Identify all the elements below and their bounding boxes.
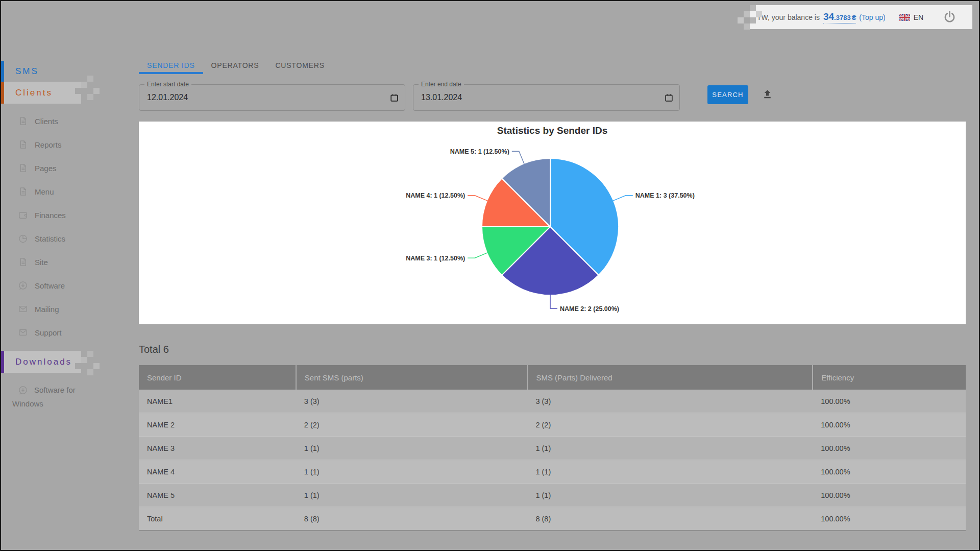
sidebar-item-label: Clients [35,117,58,126]
sidebar-group-label: Clients [15,88,53,98]
pixel-decoration [87,76,93,82]
pixel-decoration [750,5,756,11]
balance-prefix: TW, your balance is [757,13,820,21]
column-header-sent-sms: Sent SMS (parts) [296,365,528,390]
document-icon [18,257,28,267]
pixel-decoration [750,17,756,23]
table-cell: 2 (2) [527,413,813,437]
table-cell: NAME 5 [139,484,296,507]
end-date-picker-button[interactable] [664,93,674,103]
accent-bar [1,61,4,82]
pixel-decoration [81,357,87,363]
sidebar-group-sms[interactable]: SMS [1,61,81,82]
app-window: TW, your balance is 34.3783₴ (Top up) EN… [0,0,980,551]
sidebar-item-mailing[interactable]: Mailing [1,297,118,321]
pie-slice-label: NAME 1: 3 (37.50%) [635,192,695,199]
export-button[interactable] [762,88,773,100]
wallet-icon [18,210,28,220]
pie-chart: NAME 1: 3 (37.50%)NAME 2: 2 (25.00%)NAME… [139,122,966,324]
pie-label-leader [512,151,524,164]
accent-bar [1,82,4,104]
sidebar-item-menu[interactable]: Menu [1,180,118,203]
table-cell: 1 (1) [296,437,528,460]
table-cell: Total [139,507,296,531]
sidebar-group-clients[interactable]: Clients [1,82,81,104]
table-cell: 100.00% [813,437,966,460]
sidebar-group-downloads[interactable]: Downloads [1,351,81,373]
start-date-value[interactable]: 12.01.2024 [139,85,405,110]
column-header-sender-id: Sender ID [139,365,296,390]
table-cell: 1 (1) [527,460,813,484]
sidebar-item-label: Software [35,281,65,290]
pie-slice-label: NAME 3: 1 (12.50%) [406,255,465,262]
sidebar-item-label: Pages [35,164,57,173]
column-header-efficiency: Efficiency [813,365,966,390]
pie-label-leader [550,295,557,308]
sidebar-item-label: Menu [35,187,54,196]
tab-sender-ids[interactable]: SENDER IDS [139,57,203,74]
sidebar-group-label: SMS [15,66,39,77]
accent-bar [1,351,4,373]
pixel-decoration [756,11,762,17]
table-cell: 100.00% [813,484,966,507]
sidebar-item-reports[interactable]: Reports [1,133,118,156]
pixel-decoration [75,88,81,94]
language-selector[interactable]: EN [899,13,923,21]
pixel-decoration [87,351,93,357]
search-button[interactable]: SEARCH [707,85,748,104]
pixel-decoration [87,94,93,100]
start-date-field[interactable]: Enter start date 12.01.2024 [139,84,405,111]
table-cell: NAME1 [139,390,296,413]
table-cell: 100.00% [813,390,966,413]
document-icon [18,186,28,197]
pie-slice-label: NAME 5: 1 (12.50%) [450,148,509,155]
table-cell: 3 (3) [527,390,813,413]
balance-fraction: .3783 [834,14,851,21]
tab-bar: SENDER IDS OPERATORS CUSTOMERS [139,57,966,74]
table-cell: 1 (1) [296,484,528,507]
table-row: NAME 5 1 (1) 1 (1) 100.00% [139,484,966,507]
sidebar-item-software[interactable]: Software [1,274,118,297]
start-date-picker-button[interactable] [389,93,399,103]
sidebar-item-software-for-windows[interactable]: Software for Windows [1,383,97,411]
document-icon [18,139,28,150]
table-cell: 2 (2) [296,413,528,437]
total-count: Total 6 [139,343,966,356]
currency-symbol: ₴ [852,14,856,21]
end-date-field[interactable]: Enter end date 13.01.2024 [413,84,680,111]
sidebar-item-label: Finances [35,211,66,220]
table-row: NAME1 3 (3) 3 (3) 100.00% [139,390,966,413]
sidebar-item-site[interactable]: Site [1,250,118,274]
balance-amount-link[interactable]: 34.3783₴ [823,11,856,23]
pixel-decoration [738,17,744,23]
pie-slice-label: NAME 4: 1 (12.50%) [406,192,465,199]
top-up-link[interactable]: (Top up) [859,13,885,21]
statistics-table: Sender ID Sent SMS (parts) SMS (Parts) D… [139,365,966,531]
uk-flag-icon [899,14,910,21]
balance-panel: TW, your balance is 34.3783₴ (Top up) EN [750,5,972,29]
upload-icon [762,88,773,100]
pixel-decoration [87,369,93,375]
logout-power-button[interactable] [943,10,957,24]
sidebar-item-support[interactable]: Support [1,321,118,344]
table-cell: 100.00% [813,507,966,531]
pie-label-leader [468,196,487,201]
pixel-decoration [744,11,750,17]
sidebar-item-statistics[interactable]: Statistics [1,227,118,250]
tab-customers[interactable]: CUSTOMERS [267,57,332,74]
balance-main: 34 [823,11,834,22]
sidebar-item-pages[interactable]: Pages [1,156,118,180]
sidebar-item-finances[interactable]: Finances [1,203,118,227]
end-date-value[interactable]: 13.01.2024 [413,85,679,110]
table-cell: 3 (3) [296,390,528,413]
sidebar-item-clients[interactable]: Clients [1,109,118,133]
table-cell: 100.00% [813,460,966,484]
pixel-decoration [75,363,81,369]
table-header-row: Sender ID Sent SMS (parts) SMS (Parts) D… [139,365,966,390]
table-cell: 1 (1) [296,460,528,484]
table-row: NAME 2 2 (2) 2 (2) 100.00% [139,413,966,437]
tab-operators[interactable]: OPERATORS [203,57,267,74]
table-cell: 1 (1) [527,484,813,507]
filter-row: Enter start date 12.01.2024 Enter end da… [139,84,966,111]
pie-slice-label: NAME 2: 2 (25.00%) [560,305,619,313]
